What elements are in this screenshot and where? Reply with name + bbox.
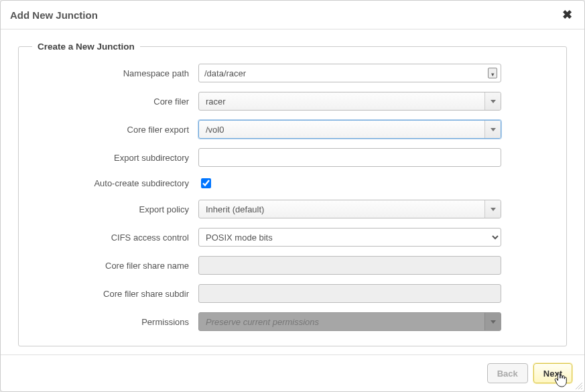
close-icon: ✖ (562, 8, 572, 21)
permissions-value: Preserve current permissions (206, 317, 319, 327)
chevron-down-icon (484, 313, 501, 330)
label-cifs-access-control: CIFS access control (32, 233, 198, 243)
row-permissions: Permissions Preserve current permissions (32, 312, 553, 331)
row-namespace-path: Namespace path ▾ (32, 64, 553, 82)
chevron-down-icon (484, 92, 501, 110)
row-core-filer: Core filer racer (32, 92, 553, 111)
add-junction-dialog: Add New Junction ✖ Create a New Junction… (0, 0, 585, 392)
export-policy-select[interactable]: Inherit (default) (198, 200, 501, 218)
dialog-title: Add New Junction (10, 9, 98, 21)
label-export-policy: Export policy (32, 204, 198, 214)
core-filer-share-subdir-input (198, 284, 501, 303)
core-filer-export-select[interactable]: /vol0 (198, 120, 501, 139)
fieldset-legend: Create a New Junction (32, 42, 140, 52)
label-core-filer-share-subdir: Core filer share subdir (32, 289, 198, 299)
export-policy-value: Inherit (default) (206, 204, 264, 214)
auto-create-subdir-checkbox[interactable] (201, 178, 211, 188)
label-core-filer: Core filer (32, 96, 198, 107)
row-export-policy: Export policy Inherit (default) (32, 200, 553, 218)
row-cifs-access-control: CIFS access control POSIX mode bits (32, 228, 553, 247)
label-auto-create-subdir: Auto-create subdirectory (32, 178, 198, 188)
next-button[interactable]: Next (533, 363, 572, 383)
dialog-header: Add New Junction ✖ (1, 1, 584, 29)
core-filer-value: racer (206, 96, 226, 107)
svg-line-2 (581, 388, 582, 389)
close-button[interactable]: ✖ (560, 7, 575, 22)
label-namespace-path: Namespace path (32, 68, 198, 78)
permissions-select: Preserve current permissions (198, 312, 501, 331)
resize-grip-icon (574, 381, 583, 390)
row-core-filer-share-subdir: Core filer share subdir (32, 284, 553, 303)
label-core-filer-share-name: Core filer share name (32, 261, 198, 271)
label-permissions: Permissions (32, 317, 198, 327)
svg-line-0 (576, 383, 582, 389)
core-filer-select[interactable]: racer (198, 92, 501, 111)
chevron-down-icon (484, 200, 501, 218)
dialog-footer: Back Next (1, 354, 584, 391)
row-core-filer-export: Core filer export /vol0 (32, 120, 553, 139)
row-auto-create-subdir: Auto-create subdirectory (32, 176, 553, 190)
namespace-path-input[interactable] (198, 64, 501, 82)
label-core-filer-export: Core filer export (32, 125, 198, 135)
label-export-subdir: Export subdirectory (32, 153, 198, 163)
core-filer-share-name-input (198, 256, 501, 275)
row-core-filer-share-name: Core filer share name (32, 256, 553, 275)
svg-line-1 (578, 385, 582, 389)
chevron-down-icon (484, 121, 501, 138)
cifs-access-control-select[interactable]: POSIX mode bits (198, 228, 501, 247)
create-junction-fieldset: Create a New Junction Namespace path ▾ C… (18, 42, 567, 346)
back-button: Back (487, 363, 528, 383)
export-subdir-input[interactable] (198, 148, 501, 167)
core-filer-export-value: /vol0 (206, 125, 224, 135)
row-export-subdir: Export subdirectory (32, 148, 553, 167)
dialog-body: Create a New Junction Namespace path ▾ C… (1, 29, 584, 354)
